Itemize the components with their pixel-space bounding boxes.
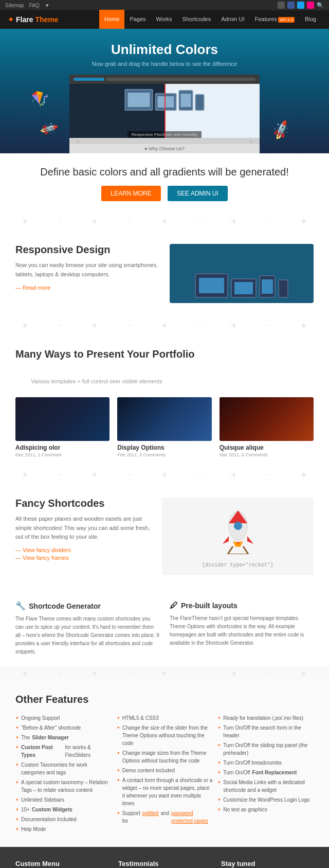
plane-d3-4: ✈ <box>231 471 237 479</box>
flickr-top-icon <box>307 2 314 9</box>
footer-stay-tuned: Stay tuned dA Follow us on deviantART pr… <box>221 860 314 868</box>
feature-item: Demo content included <box>117 766 213 775</box>
fancy-frames-link[interactable]: — View fancy frames <box>15 555 152 561</box>
top-bar-links: Sitemap FAQ ▼ <box>5 3 50 8</box>
feature-item: Custom Taxonomies for work categories an… <box>15 760 112 777</box>
portfolio-section: Many Ways to Present Your Portfolio Vari… <box>0 333 329 468</box>
feature-item: Unlimited Sidebars <box>15 795 112 805</box>
see-admin-btn[interactable]: SEE ADMIN UI <box>168 186 228 201</box>
laptop-screen <box>234 282 253 294</box>
arrow-3: → <box>196 217 203 225</box>
fancy-dividers-link[interactable]: — View fancy dividers <box>15 547 152 553</box>
layouts-icon: 🖊 <box>170 601 178 610</box>
responsive-image-area <box>170 244 314 303</box>
features-col-3: Ready for translation (.po/.mo files) Tu… <box>217 713 314 834</box>
svg-line-2 <box>228 546 233 554</box>
hero-title: Unlimited Colors <box>10 42 319 58</box>
top-bar: Sitemap FAQ ▼ 🔍 <box>0 0 329 10</box>
plane-4: ✈ <box>231 217 237 225</box>
arrow-d2-4: → <box>266 322 272 330</box>
feature-item: Turn On/Off Font Replacement <box>217 768 314 777</box>
footer-top: Custom Menu Responsive Design Unlimited … <box>0 847 329 868</box>
hero-monitor-container: 🪁 🚀 🚀 <box>10 75 319 144</box>
feature-item: A contact form through a shortcode or a … <box>117 775 213 808</box>
svg-point-1 <box>234 522 242 530</box>
portfolio-item-3: Quisque alique Mar 2011, 0 Comments <box>220 397 314 457</box>
plane-d2-3: ✈ <box>161 322 168 330</box>
features-list-3: Ready for translation (.po/.mo files) Tu… <box>217 713 314 814</box>
responsive-title: Responsive Design <box>15 244 159 256</box>
rocket-code: [divider type="rocket"] <box>202 562 273 568</box>
rocket-left: 🚀 <box>39 119 59 139</box>
layouts-text: The FlareTheme hasn't got special homepa… <box>170 614 314 647</box>
read-more-link[interactable]: — Read more <box>15 285 50 291</box>
features-badge: WP 3.4 <box>278 17 295 23</box>
plane-d3-5: ✈ <box>301 471 307 479</box>
prebuilt-layouts-box: 🖊 Pre-built layouts The FlareTheme hasn'… <box>170 601 314 656</box>
top-bar-social: 🔍 <box>278 2 324 9</box>
feature-item: HTML5 & CSS3 <box>117 713 213 723</box>
nav-works[interactable]: Works <box>151 10 177 29</box>
nav-home[interactable]: Home <box>99 10 124 29</box>
arrow-d2-1: → <box>57 322 63 330</box>
color-divider-line <box>164 84 166 138</box>
big-monitor: Responsive FlexSlider with Isonotify ‹ › <box>69 75 260 144</box>
footer-social-title: Stay tuned <box>221 860 314 867</box>
nav-admin-ui[interactable]: Admin UI <box>216 10 249 29</box>
arrow-d3-2: → <box>126 471 133 479</box>
features-columns: Ongoing Support "Before & After" shortco… <box>15 713 314 834</box>
layouts-title: 🖊 Pre-built layouts <box>170 601 314 610</box>
planes-divider-3: ✈ → ✈ → ✈ → ✈ → ✈ <box>0 468 329 482</box>
search-icon[interactable]: 🔍 <box>317 2 324 9</box>
feature-item: Turn On/Off the search form in the heade… <box>217 723 314 740</box>
faq-link[interactable]: FAQ <box>29 3 40 8</box>
monitor-screen <box>199 278 224 294</box>
arrow-d4-4: → <box>266 669 272 678</box>
laptop-device <box>231 278 257 298</box>
nav-features[interactable]: FeaturesWP 3.4 <box>249 10 300 29</box>
responsive-section: Responsive Design Now you can easily bro… <box>0 228 329 318</box>
arrow-d2-3: → <box>196 322 203 330</box>
shortcodes-section: Fancy Shortcodes All these paper planes … <box>0 482 329 591</box>
dropdown-arrow[interactable]: ▼ <box>45 3 50 8</box>
plane-d3-1: ✈ <box>22 471 28 479</box>
facebook-top-icon <box>287 2 295 9</box>
feature-item: Turn On/Off the sliding top panel (the p… <box>217 740 314 758</box>
nav-pages[interactable]: Pages <box>124 10 151 29</box>
plane-d4-4: ✈ <box>231 669 237 678</box>
rocket-area: [divider type="rocket"] <box>162 498 314 575</box>
hero-subtitle: Now grab and drag the handle below to se… <box>10 61 319 67</box>
plane-d3-2: ✈ <box>92 471 98 479</box>
features-list-1: Ongoing Support "Before & After" shortco… <box>15 713 112 834</box>
generator-title: 🔧 Shortcode Generator <box>15 601 159 611</box>
arrow-d4-1: → <box>57 669 63 678</box>
feature-item: Social Media Links with a dedicated shor… <box>217 777 314 795</box>
rocket-svg <box>217 508 259 554</box>
portfolio-title-3: Quisque alique <box>220 444 314 451</box>
nav-blog[interactable]: Blog <box>300 10 321 29</box>
portfolio-meta-2: Feb 2011, 2 Comments <box>117 452 211 457</box>
portfolio-title: Many Ways to Present Your Portfolio <box>15 348 314 360</box>
plane-d2-2: ✈ <box>92 322 98 330</box>
shortcodes-title: Fancy Shortcodes <box>15 498 152 509</box>
other-features-title: Other Features <box>15 694 314 705</box>
email-icon <box>278 2 285 9</box>
rocket-right: 🚀 <box>270 119 293 141</box>
feature-item: 10+ Custom Widgets <box>15 805 112 814</box>
feature-item: Custom Post Types for works & FlexSlider… <box>15 742 112 760</box>
plane-d4-1: ✈ <box>22 669 28 678</box>
plane-d4-3: ✈ <box>161 669 168 678</box>
features-list-2: HTML5 & CSS3 Change the size of the slid… <box>117 713 213 826</box>
sitemap-link[interactable]: Sitemap <box>5 3 24 8</box>
nav-shortcodes[interactable]: Shortcodes <box>177 10 216 29</box>
nav-logo: ✦ FlareTheme <box>8 15 59 24</box>
shortcodes-text: Fancy Shortcodes All these paper planes … <box>15 498 152 562</box>
learn-more-btn[interactable]: LEARN MORE <box>101 186 160 201</box>
generator-icon: 🔧 <box>15 601 26 611</box>
nav-links: Home Pages Works Shortcodes Admin UI Fea… <box>99 10 321 29</box>
plane-d2-1: ✈ <box>22 322 28 330</box>
slider-controls: ‹ › <box>69 138 260 144</box>
feature-item: Ongoing Support <box>15 713 112 723</box>
plane-5: ✈ <box>301 217 307 225</box>
plane-d2-4: ✈ <box>231 322 237 330</box>
